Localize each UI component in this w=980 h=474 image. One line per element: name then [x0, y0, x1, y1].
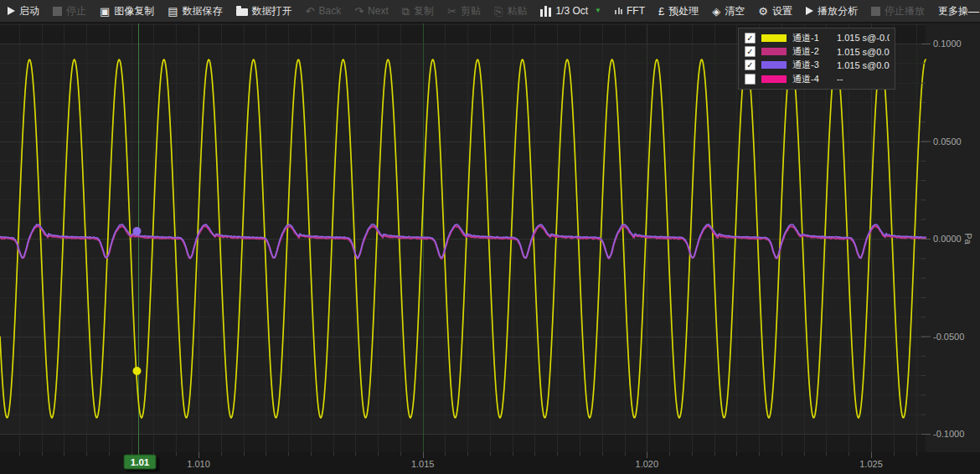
redo-arrow-icon: ↷ [354, 6, 364, 17]
window-controls: —□✕ [968, 6, 980, 17]
toolbar-label-paste: 粘贴 [507, 6, 527, 16]
x-tick-label: 1.010 [187, 459, 210, 469]
spectrum-icon [615, 8, 622, 14]
toolbar-label-stop: 停止 [66, 6, 86, 16]
toolbar-items: 启动停止▣图像复制▤数据保存数据打开↶Back↷Next⧉复制✂剪贴⎘粘贴1/3… [0, 6, 968, 17]
channel-checkbox-ch3[interactable]: ✓ [745, 59, 756, 70]
toolbar-label-next: Next [368, 6, 389, 16]
y-tick-label: 0.0500 [933, 137, 962, 147]
toolbar-button-start[interactable]: 启动 [8, 6, 39, 16]
x-tick-label: 1.025 [859, 459, 883, 469]
channel-color-swatch-ch4 [761, 75, 787, 83]
paste-icon: ⎘ [494, 6, 503, 17]
channel-label-ch1: 通道-1 [792, 32, 831, 44]
y-tick-label: -0.0500 [933, 332, 964, 342]
bar-levels-icon [540, 6, 551, 17]
toolbar-button-play-analysis[interactable]: 播放分析 [806, 6, 858, 16]
channel-checkbox-ch4[interactable] [745, 74, 756, 85]
stop-icon [871, 7, 880, 16]
channel-checkbox-ch1[interactable]: ✓ [745, 33, 756, 44]
waveform-chart[interactable]: 0.10000.05000.0000-0.0500-0.1000Pa1.0101… [0, 23, 980, 474]
toolbar-button-copy: ⧉复制 [402, 6, 434, 17]
y-tick-label: -0.1000 [933, 429, 964, 439]
channel-cursor-value-ch4: -- [837, 74, 890, 84]
toolbar-label-more: 更多操 [938, 6, 968, 16]
toolbar-button-more[interactable]: 更多操 [938, 6, 968, 16]
play-icon [806, 7, 813, 15]
channel-legend: ✓通道-11.015 s@-0.024 P✓通道-21.015 s@0.002 … [738, 28, 895, 90]
cursor-marker-ch1[interactable] [133, 367, 142, 375]
toolbar-button-fft[interactable]: FFT [615, 6, 645, 16]
legend-row-ch3: ✓通道-31.015 s@0.002 Pa [745, 59, 890, 72]
image-copy-icon: ▣ [100, 6, 110, 17]
toolbar-label-back: Back [319, 6, 342, 16]
toolbar-button-image-copy[interactable]: ▣图像复制 [100, 6, 154, 17]
channel-label-ch2: 通道-2 [792, 45, 831, 58]
toolbar-label-preprocess: 预处理 [668, 6, 699, 16]
toolbar-button-next: ↷Next [354, 6, 389, 17]
save-icon: ▤ [168, 6, 178, 17]
x-tick-label: 1.015 [411, 459, 435, 469]
toolbar-label-oct-band: 1/3 Oct [555, 6, 588, 16]
toolbar-button-clear[interactable]: ◈清空 [712, 6, 745, 17]
channel-color-swatch-ch3 [761, 61, 787, 69]
play-icon [8, 7, 15, 15]
legend-row-ch1: ✓通道-11.015 s@-0.024 P [745, 31, 890, 44]
toolbar: 启动停止▣图像复制▤数据保存数据打开↶Back↷Next⧉复制✂剪贴⎘粘贴1/3… [0, 0, 980, 23]
channel-label-ch4: 通道-4 [792, 73, 831, 85]
toolbar-button-cut: ✂剪贴 [447, 6, 481, 17]
toolbar-button-settings[interactable]: ⚙设置 [758, 6, 792, 17]
cursor-badge-label: 1.01 [131, 457, 150, 467]
toolbar-button-preprocess[interactable]: £预处理 [658, 6, 699, 17]
cursor-badge[interactable]: 1.01 [124, 452, 160, 472]
y-tick-label: 0.0000 [933, 234, 962, 244]
cursor-marker-ch3[interactable] [133, 227, 142, 235]
toolbar-label-copy: 复制 [414, 6, 434, 16]
gear-icon: ⚙ [758, 6, 768, 17]
copy-icon: ⧉ [402, 6, 410, 17]
eraser-icon: ◈ [712, 6, 720, 17]
undo-arrow-icon: ↶ [306, 6, 315, 17]
toolbar-label-data-save: 数据保存 [183, 6, 223, 16]
toolbar-button-data-save[interactable]: ▤数据保存 [168, 6, 222, 17]
toolbar-button-paste: ⎘粘贴 [494, 6, 527, 17]
legend-row-ch2: ✓通道-21.015 s@0.002 Pa [745, 44, 890, 58]
toolbar-label-cut: 剪贴 [461, 6, 481, 16]
channel-checkbox-ch2[interactable]: ✓ [745, 46, 756, 57]
app-window: 启动停止▣图像复制▤数据保存数据打开↶Back↷Next⧉复制✂剪贴⎘粘贴1/3… [0, 0, 980, 474]
toolbar-button-stop: 停止 [53, 6, 86, 16]
toolbar-label-start: 启动 [19, 6, 39, 16]
toolbar-label-stop-playback: 停止播放 [885, 6, 925, 16]
channel-label-ch3: 通道-3 [792, 59, 831, 71]
preprocess-icon: £ [658, 6, 664, 17]
channel-cursor-value-ch2: 1.015 s@0.002 Pa [837, 47, 890, 57]
toolbar-button-data-open[interactable]: 数据打开 [236, 6, 292, 16]
folder-open-icon [236, 8, 248, 16]
channel-color-swatch-ch1 [761, 34, 787, 42]
scissors-icon: ✂ [447, 6, 456, 17]
toolbar-label-fft: FFT [627, 6, 645, 16]
toolbar-label-settings: 设置 [772, 6, 792, 16]
x-tick-label: 1.020 [636, 459, 659, 469]
channel-color-swatch-ch2 [761, 48, 787, 55]
legend-row-ch4: 通道-4-- [745, 72, 890, 85]
toolbar-label-play-analysis: 播放分析 [818, 6, 858, 16]
toolbar-button-oct-band[interactable]: 1/3 Oct▼ [540, 6, 601, 17]
channel-cursor-value-ch3: 1.015 s@0.002 Pa [837, 60, 890, 70]
y-axis-unit-label: Pa [963, 233, 973, 245]
toolbar-button-back: ↶Back [306, 6, 342, 17]
toolbar-label-data-open: 数据打开 [252, 6, 292, 16]
chevron-down-icon[interactable]: ▼ [595, 8, 601, 14]
y-tick-label: 0.1000 [933, 39, 962, 49]
toolbar-button-stop-playback: 停止播放 [871, 6, 925, 16]
toolbar-label-image-copy: 图像复制 [114, 6, 154, 16]
channel-cursor-value-ch1: 1.015 s@-0.024 P [837, 33, 890, 43]
stop-icon [53, 7, 62, 16]
minimize-button[interactable]: — [968, 6, 979, 17]
toolbar-label-clear: 清空 [725, 6, 745, 16]
